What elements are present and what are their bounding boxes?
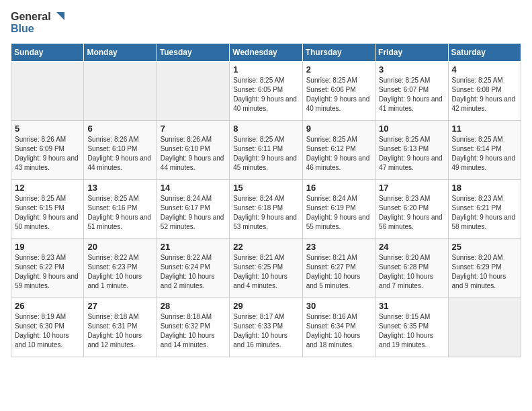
calendar-cell: 21Sunrise: 8:22 AMSunset: 6:24 PMDayligh… bbox=[157, 238, 229, 298]
calendar-cell: 26Sunrise: 8:19 AMSunset: 6:30 PMDayligh… bbox=[11, 298, 84, 357]
calendar-cell: 30Sunrise: 8:16 AMSunset: 6:34 PMDayligh… bbox=[302, 298, 375, 357]
week-row-2: 5Sunrise: 8:26 AMSunset: 6:09 PMDaylight… bbox=[11, 120, 521, 179]
cell-info: Sunrise: 8:26 AMSunset: 6:10 PMDaylight:… bbox=[161, 135, 226, 173]
calendar-cell: 3Sunrise: 8:25 AMSunset: 6:07 PMDaylight… bbox=[375, 61, 448, 120]
cell-info: Sunrise: 8:24 AMSunset: 6:19 PMDaylight:… bbox=[306, 194, 371, 232]
calendar-cell: 4Sunrise: 8:25 AMSunset: 6:08 PMDaylight… bbox=[448, 61, 521, 120]
calendar-cell bbox=[448, 298, 521, 357]
cell-info: Sunrise: 8:26 AMSunset: 6:10 PMDaylight:… bbox=[87, 135, 152, 173]
day-number: 6 bbox=[87, 124, 152, 134]
calendar-cell: 19Sunrise: 8:23 AMSunset: 6:22 PMDayligh… bbox=[11, 238, 84, 298]
day-number: 19 bbox=[15, 242, 80, 252]
calendar-cell: 16Sunrise: 8:24 AMSunset: 6:19 PMDayligh… bbox=[302, 179, 375, 238]
logo-arrow-icon bbox=[52, 11, 64, 23]
cell-info: Sunrise: 8:16 AMSunset: 6:34 PMDaylight:… bbox=[306, 312, 371, 350]
day-number: 10 bbox=[379, 124, 444, 134]
calendar-cell: 8Sunrise: 8:25 AMSunset: 6:11 PMDaylight… bbox=[230, 120, 302, 179]
day-header-friday: Friday bbox=[375, 43, 448, 61]
cell-info: Sunrise: 8:26 AMSunset: 6:09 PMDaylight:… bbox=[15, 135, 80, 173]
day-number: 20 bbox=[87, 242, 152, 252]
calendar-cell: 31Sunrise: 8:15 AMSunset: 6:35 PMDayligh… bbox=[375, 298, 448, 357]
cell-info: Sunrise: 8:25 AMSunset: 6:13 PMDaylight:… bbox=[379, 135, 444, 173]
day-number: 12 bbox=[15, 183, 80, 193]
week-row-5: 26Sunrise: 8:19 AMSunset: 6:30 PMDayligh… bbox=[11, 298, 521, 357]
calendar-cell: 18Sunrise: 8:23 AMSunset: 6:21 PMDayligh… bbox=[448, 179, 521, 238]
logo-general: General bbox=[11, 11, 51, 23]
calendar-cell: 6Sunrise: 8:26 AMSunset: 6:10 PMDaylight… bbox=[84, 120, 157, 179]
cell-info: Sunrise: 8:25 AMSunset: 6:12 PMDaylight:… bbox=[306, 135, 371, 173]
calendar-cell: 15Sunrise: 8:24 AMSunset: 6:18 PMDayligh… bbox=[230, 179, 302, 238]
day-number: 24 bbox=[379, 242, 444, 252]
day-number: 25 bbox=[452, 242, 517, 252]
calendar-cell: 29Sunrise: 8:17 AMSunset: 6:33 PMDayligh… bbox=[230, 298, 302, 357]
day-number: 11 bbox=[452, 124, 517, 134]
cell-info: Sunrise: 8:25 AMSunset: 6:06 PMDaylight:… bbox=[306, 76, 371, 113]
day-number: 14 bbox=[161, 183, 226, 193]
day-header-saturday: Saturday bbox=[448, 43, 521, 61]
cell-info: Sunrise: 8:25 AMSunset: 6:15 PMDaylight:… bbox=[15, 194, 80, 232]
day-number: 26 bbox=[15, 301, 80, 311]
cell-info: Sunrise: 8:25 AMSunset: 6:05 PMDaylight:… bbox=[233, 76, 298, 113]
week-row-3: 12Sunrise: 8:25 AMSunset: 6:15 PMDayligh… bbox=[11, 179, 521, 238]
cell-info: Sunrise: 8:20 AMSunset: 6:28 PMDaylight:… bbox=[379, 253, 444, 291]
cell-info: Sunrise: 8:23 AMSunset: 6:20 PMDaylight:… bbox=[379, 194, 444, 232]
calendar-table: SundayMondayTuesdayWednesdayThursdayFrid… bbox=[11, 43, 521, 357]
cell-info: Sunrise: 8:22 AMSunset: 6:24 PMDaylight:… bbox=[161, 253, 226, 291]
week-row-1: 1Sunrise: 8:25 AMSunset: 6:05 PMDaylight… bbox=[11, 61, 521, 120]
day-number: 2 bbox=[306, 64, 371, 75]
day-number: 28 bbox=[161, 301, 226, 311]
cell-info: Sunrise: 8:24 AMSunset: 6:18 PMDaylight:… bbox=[233, 194, 298, 232]
cell-info: Sunrise: 8:22 AMSunset: 6:23 PMDaylight:… bbox=[87, 253, 152, 291]
cell-info: Sunrise: 8:19 AMSunset: 6:30 PMDaylight:… bbox=[15, 312, 80, 350]
cell-info: Sunrise: 8:18 AMSunset: 6:32 PMDaylight:… bbox=[161, 312, 226, 350]
calendar-cell bbox=[84, 61, 157, 120]
calendar-cell: 5Sunrise: 8:26 AMSunset: 6:09 PMDaylight… bbox=[11, 120, 84, 179]
calendar-cell: 1Sunrise: 8:25 AMSunset: 6:05 PMDaylight… bbox=[230, 61, 302, 120]
calendar-cell: 2Sunrise: 8:25 AMSunset: 6:06 PMDaylight… bbox=[302, 61, 375, 120]
day-number: 3 bbox=[379, 64, 444, 75]
header: General Blue bbox=[11, 11, 521, 35]
cell-info: Sunrise: 8:23 AMSunset: 6:22 PMDaylight:… bbox=[15, 253, 80, 291]
calendar-cell: 11Sunrise: 8:25 AMSunset: 6:14 PMDayligh… bbox=[448, 120, 521, 179]
cell-info: Sunrise: 8:15 AMSunset: 6:35 PMDaylight:… bbox=[379, 312, 444, 350]
calendar-cell: 9Sunrise: 8:25 AMSunset: 6:12 PMDaylight… bbox=[302, 120, 375, 179]
cell-info: Sunrise: 8:24 AMSunset: 6:17 PMDaylight:… bbox=[161, 194, 226, 232]
cell-info: Sunrise: 8:21 AMSunset: 6:25 PMDaylight:… bbox=[233, 253, 298, 291]
day-number: 17 bbox=[379, 183, 444, 193]
svg-marker-0 bbox=[56, 12, 64, 20]
day-number: 13 bbox=[87, 183, 152, 193]
cell-info: Sunrise: 8:25 AMSunset: 6:08 PMDaylight:… bbox=[452, 76, 517, 113]
day-header-thursday: Thursday bbox=[302, 43, 375, 61]
logo: General Blue bbox=[11, 11, 64, 35]
calendar-cell: 14Sunrise: 8:24 AMSunset: 6:17 PMDayligh… bbox=[157, 179, 229, 238]
cell-info: Sunrise: 8:25 AMSunset: 6:11 PMDaylight:… bbox=[233, 135, 298, 173]
day-number: 29 bbox=[233, 301, 298, 311]
day-number: 7 bbox=[161, 124, 226, 134]
cell-info: Sunrise: 8:25 AMSunset: 6:16 PMDaylight:… bbox=[87, 194, 152, 232]
day-header-monday: Monday bbox=[84, 43, 157, 61]
calendar-cell: 27Sunrise: 8:18 AMSunset: 6:31 PMDayligh… bbox=[84, 298, 157, 357]
calendar-cell: 24Sunrise: 8:20 AMSunset: 6:28 PMDayligh… bbox=[375, 238, 448, 298]
day-number: 30 bbox=[306, 301, 371, 311]
week-row-4: 19Sunrise: 8:23 AMSunset: 6:22 PMDayligh… bbox=[11, 238, 521, 298]
cell-info: Sunrise: 8:18 AMSunset: 6:31 PMDaylight:… bbox=[87, 312, 152, 350]
day-number: 18 bbox=[452, 183, 517, 193]
cell-info: Sunrise: 8:20 AMSunset: 6:29 PMDaylight:… bbox=[452, 253, 517, 291]
day-number: 23 bbox=[306, 242, 371, 252]
calendar-cell: 20Sunrise: 8:22 AMSunset: 6:23 PMDayligh… bbox=[84, 238, 157, 298]
calendar-cell: 25Sunrise: 8:20 AMSunset: 6:29 PMDayligh… bbox=[448, 238, 521, 298]
day-number: 1 bbox=[233, 64, 298, 75]
day-number: 22 bbox=[233, 242, 298, 252]
cell-info: Sunrise: 8:21 AMSunset: 6:27 PMDaylight:… bbox=[306, 253, 371, 291]
calendar-header-row: SundayMondayTuesdayWednesdayThursdayFrid… bbox=[11, 43, 521, 61]
calendar-cell: 13Sunrise: 8:25 AMSunset: 6:16 PMDayligh… bbox=[84, 179, 157, 238]
day-number: 27 bbox=[87, 301, 152, 311]
day-header-sunday: Sunday bbox=[11, 43, 84, 61]
day-number: 16 bbox=[306, 183, 371, 193]
cell-info: Sunrise: 8:25 AMSunset: 6:14 PMDaylight:… bbox=[452, 135, 517, 173]
calendar-cell: 10Sunrise: 8:25 AMSunset: 6:13 PMDayligh… bbox=[375, 120, 448, 179]
day-number: 9 bbox=[306, 124, 371, 134]
day-number: 15 bbox=[233, 183, 298, 193]
cell-info: Sunrise: 8:23 AMSunset: 6:21 PMDaylight:… bbox=[452, 194, 517, 232]
calendar-cell: 23Sunrise: 8:21 AMSunset: 6:27 PMDayligh… bbox=[302, 238, 375, 298]
